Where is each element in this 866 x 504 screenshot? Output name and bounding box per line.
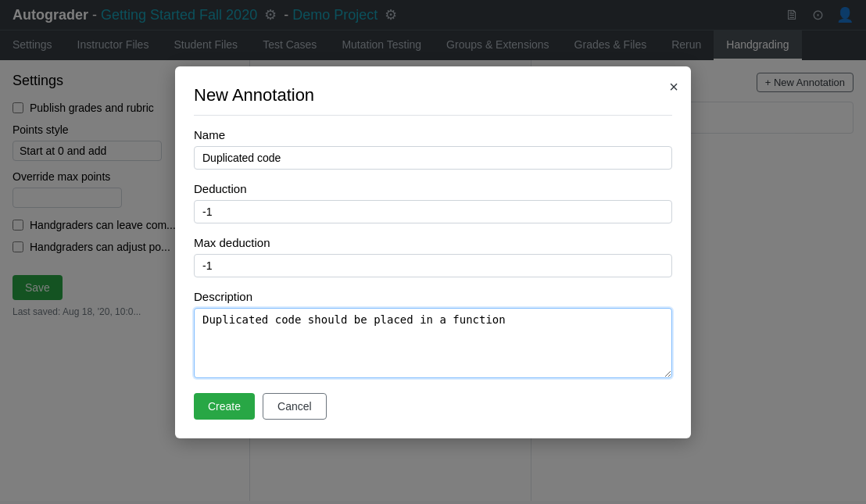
modal-name-label: Name [194, 128, 672, 141]
modal-actions: Create Cancel [194, 393, 672, 420]
modal-deduction-label: Deduction [194, 182, 672, 195]
modal-description-textarea[interactable]: Duplicated code should be placed in a fu… [194, 308, 672, 378]
modal-max-deduction-field: Max deduction [194, 236, 672, 277]
cancel-button[interactable]: Cancel [263, 393, 327, 420]
modal-deduction-field: Deduction [194, 182, 672, 223]
modal-close-button[interactable]: × [669, 79, 678, 95]
modal-name-field: Name [194, 128, 672, 170]
modal-max-deduction-input[interactable] [194, 254, 672, 277]
modal-description-label: Description [194, 290, 672, 303]
modal-max-deduction-label: Max deduction [194, 236, 672, 249]
create-button[interactable]: Create [194, 393, 255, 420]
modal-description-field: Description Duplicated code should be pl… [194, 290, 672, 381]
new-annotation-modal: New Annotation × Name Deduction Max dedu… [175, 66, 691, 438]
modal-title: New Annotation [194, 85, 672, 116]
modal-deduction-input[interactable] [194, 200, 672, 223]
modal-name-input[interactable] [194, 146, 672, 170]
modal-overlay: New Annotation × Name Deduction Max dedu… [0, 0, 866, 501]
